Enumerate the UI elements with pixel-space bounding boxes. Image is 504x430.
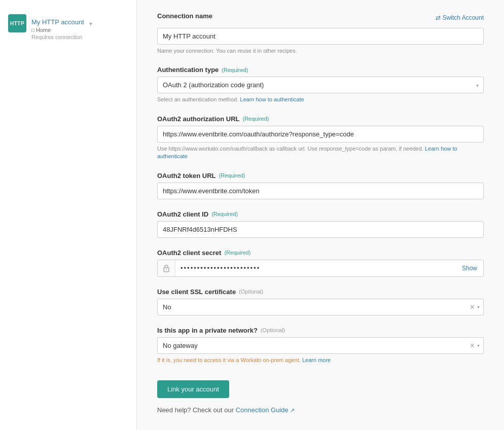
connection-name-label: Connection name (157, 12, 212, 20)
oauth2-client-secret-label: OAuth2 client secret (Required) (157, 249, 484, 257)
svg-point-1 (166, 269, 167, 270)
auth-type-learn-link[interactable]: Learn how to authenticate (240, 96, 304, 102)
oauth2-auth-url-hint: Use https://www.workato.com/oauth/callba… (157, 145, 484, 161)
ssl-cert-controls: ✕ ▾ (470, 299, 484, 315)
ssl-cert-select[interactable]: No (157, 299, 484, 315)
chevron-down-icon[interactable]: ▾ (89, 20, 92, 27)
link-account-wrapper: Link your account (157, 375, 484, 406)
oauth2-client-secret-required: (Required) (224, 249, 250, 256)
ssl-cert-select-wrapper: No ✕ ▾ (157, 299, 484, 315)
sidebar-app-name[interactable]: My HTTP account (31, 18, 84, 26)
auth-type-required: (Required) (222, 67, 248, 73)
auth-type-label: Authentication type (Required) (157, 66, 484, 74)
private-network-optional: (Optional) (261, 327, 285, 333)
auth-type-select[interactable]: OAuth 2 (authorization code grant) (157, 77, 484, 93)
oauth2-auth-url-input[interactable] (157, 126, 484, 142)
secret-input-wrapper: Show (157, 260, 484, 277)
private-network-learn-link[interactable]: Learn more (302, 357, 331, 363)
lock-icon (158, 260, 175, 276)
external-link-icon: ↗ (290, 407, 295, 413)
oauth2-token-url-label: OAuth2 token URL (Required) (157, 172, 484, 180)
connection-name-section: Connection name ⇄ Switch Account Name yo… (157, 12, 484, 55)
ssl-cert-arrow-icon[interactable]: ▾ (477, 304, 480, 310)
oauth2-client-id-input[interactable] (157, 221, 484, 238)
home-icon: □ (31, 27, 34, 33)
auth-type-hint: Select an authentication method. Learn h… (157, 96, 484, 103)
oauth2-client-id-label: OAuth2 client ID (Required) (157, 210, 484, 218)
oauth2-client-secret-input[interactable] (175, 260, 456, 276)
oauth2-token-url-section: OAuth2 token URL (Required) (157, 172, 484, 199)
private-network-clear-icon[interactable]: ✕ (470, 342, 475, 349)
main-content: Connection name ⇄ Switch Account Name yo… (137, 0, 504, 430)
sidebar-home[interactable]: □ Home (31, 27, 84, 33)
connection-guide-section: Need help? Check out our Connection Guid… (157, 406, 484, 414)
oauth2-auth-url-label: OAuth2 authorization URL (Required) (157, 115, 484, 123)
private-network-select-wrapper: No gateway ✕ ▾ (157, 337, 484, 354)
ssl-cert-clear-icon[interactable]: ✕ (470, 303, 475, 311)
oauth2-auth-url-required: (Required) (243, 116, 269, 122)
private-network-controls: ✕ ▾ (470, 337, 484, 354)
link-account-button[interactable]: Link your account (157, 380, 229, 398)
oauth2-token-url-input[interactable] (157, 183, 484, 199)
oauth2-token-url-required: (Required) (219, 172, 245, 178)
auth-type-select-wrapper: OAuth 2 (authorization code grant) ▾ (157, 77, 484, 93)
auth-type-section: Authentication type (Required) OAuth 2 (… (157, 66, 484, 103)
private-network-arrow-icon[interactable]: ▾ (477, 343, 480, 348)
app-icon: HTTP (8, 14, 26, 32)
switch-account-button[interactable]: ⇄ Switch Account (436, 14, 484, 21)
oauth2-client-id-section: OAuth2 client ID (Required) (157, 210, 484, 238)
ssl-cert-optional: (Optional) (239, 289, 263, 295)
ssl-cert-label: Use client SSL certificate (Optional) (157, 288, 484, 296)
connection-name-hint: Name your connection. You can reuse it i… (157, 47, 484, 55)
switch-account-icon: ⇄ (436, 14, 441, 21)
oauth2-auth-url-section: OAuth2 authorization URL (Required) Use … (157, 115, 484, 161)
oauth2-client-secret-section: OAuth2 client secret (Required) Show (157, 249, 484, 277)
oauth2-client-id-required: (Required) (211, 211, 238, 217)
ssl-cert-section: Use client SSL certificate (Optional) No… (157, 288, 484, 315)
private-network-hint: If it is, you need to access it via a Wo… (157, 356, 484, 364)
private-network-label: Is this app in a private network? (Optio… (157, 327, 484, 334)
sidebar-requires: Requires connection (31, 34, 84, 40)
connection-guide-link[interactable]: Connection Guide ↗ (236, 406, 295, 414)
connection-name-input[interactable] (157, 28, 484, 45)
private-network-section: Is this app in a private network? (Optio… (157, 327, 484, 364)
private-network-select[interactable]: No gateway (157, 337, 484, 354)
show-secret-button[interactable]: Show (456, 261, 483, 276)
sidebar: HTTP My HTTP account □ Home Requires con… (0, 0, 137, 430)
